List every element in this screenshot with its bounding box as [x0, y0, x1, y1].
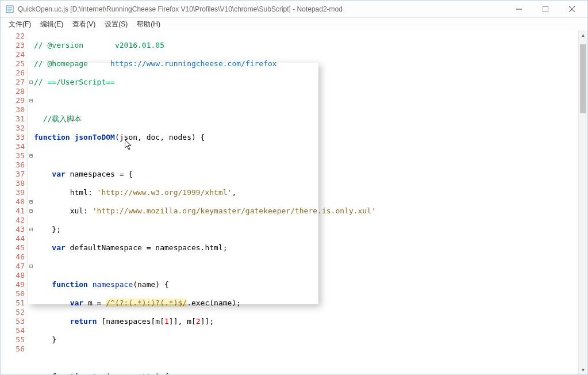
line-number[interactable]: 54	[1, 326, 25, 335]
minimize-button[interactable]	[506, 1, 532, 17]
app-icon	[5, 5, 14, 14]
line-number[interactable]: 25	[1, 59, 25, 68]
line-number[interactable]: 29	[1, 96, 25, 105]
fold-marker[interactable]	[28, 326, 34, 335]
title-text: QuickOpen.uc.js [D:\Internet\RunningChee…	[18, 5, 506, 13]
menu-settings[interactable]: 设置(S)	[100, 18, 132, 30]
line-number[interactable]: 49	[1, 280, 25, 289]
line-number[interactable]: 38	[1, 179, 25, 188]
fold-marker[interactable]	[28, 299, 34, 308]
fold-marker[interactable]: ⊟	[28, 197, 34, 206]
fold-marker[interactable]	[28, 124, 34, 133]
fold-marker[interactable]	[28, 252, 34, 262]
menu-view[interactable]: 查看(V)	[68, 18, 100, 30]
line-number[interactable]: 40	[1, 197, 25, 206]
fold-marker[interactable]	[28, 345, 34, 354]
line-number[interactable]: 51	[1, 299, 25, 308]
editor-area[interactable]: 2223242526272829303132333435363738394041…	[1, 30, 587, 374]
fold-marker[interactable]	[28, 216, 34, 225]
line-number[interactable]: 36	[1, 160, 25, 170]
line-number[interactable]: 45	[1, 243, 25, 252]
line-number[interactable]: 30	[1, 105, 25, 114]
fold-marker[interactable]	[28, 160, 34, 170]
fold-marker[interactable]: ⊟	[28, 262, 34, 271]
line-number[interactable]: 55	[1, 335, 25, 345]
line-number[interactable]: 44	[1, 234, 25, 243]
line-number[interactable]: 56	[1, 345, 25, 354]
fold-marker[interactable]	[28, 289, 34, 299]
fold-marker[interactable]: ⊟	[28, 206, 34, 216]
line-number[interactable]: 47	[1, 262, 25, 271]
line-number[interactable]: 37	[1, 170, 25, 179]
line-number[interactable]: 28	[1, 87, 25, 96]
fold-marker[interactable]: ⊟	[28, 225, 34, 234]
line-number[interactable]: 33	[1, 133, 25, 142]
fold-marker[interactable]	[28, 317, 34, 326]
close-button[interactable]	[559, 1, 585, 17]
line-number[interactable]: 27	[1, 78, 25, 87]
scroll-thumb[interactable]	[580, 44, 586, 113]
line-number[interactable]: 42	[1, 216, 25, 225]
fold-marker[interactable]	[28, 41, 34, 50]
fold-marker[interactable]	[28, 32, 34, 41]
fold-marker[interactable]	[28, 234, 34, 243]
fold-marker[interactable]	[28, 50, 34, 59]
menubar: 文件(F) 编辑(E) 查看(V) 设置(S) 帮助(H)	[1, 18, 587, 30]
fold-marker[interactable]	[28, 335, 34, 345]
line-number[interactable]: 32	[1, 124, 25, 133]
line-number[interactable]: 34	[1, 142, 25, 151]
minimize-icon	[516, 6, 522, 12]
menu-edit[interactable]: 编辑(E)	[36, 18, 68, 30]
close-icon	[569, 6, 575, 12]
line-number[interactable]: 41	[1, 206, 25, 216]
line-number[interactable]: 31	[1, 114, 25, 124]
titlebar[interactable]: QuickOpen.uc.js [D:\Internet\RunningChee…	[1, 1, 587, 18]
scroll-up-button[interactable]: ▲	[579, 30, 587, 40]
scroll-down-button[interactable]: ▼	[579, 365, 587, 374]
menu-file[interactable]: 文件(F)	[4, 18, 36, 30]
fold-marker[interactable]	[28, 105, 34, 114]
maximize-icon	[543, 6, 548, 12]
svg-rect-5	[543, 6, 548, 12]
fold-column[interactable]: ⊟⊟⊟⊟⊟⊟⊟	[28, 30, 34, 374]
line-number[interactable]: 23	[1, 41, 25, 50]
fold-marker[interactable]	[28, 179, 34, 188]
fold-marker[interactable]	[28, 170, 34, 179]
fold-marker[interactable]	[28, 271, 34, 280]
fold-marker[interactable]	[28, 133, 34, 142]
line-number[interactable]: 26	[1, 68, 25, 78]
fold-marker[interactable]	[28, 280, 34, 289]
fold-marker[interactable]	[28, 188, 34, 197]
vertical-scrollbar[interactable]: ▲ ▼	[578, 30, 587, 374]
fold-marker[interactable]: ⊟	[28, 78, 34, 87]
line-number[interactable]: 24	[1, 50, 25, 59]
app-window: QuickOpen.uc.js [D:\Internet\RunningChee…	[0, 0, 588, 375]
fold-marker[interactable]	[28, 308, 34, 317]
fold-marker[interactable]	[28, 59, 34, 68]
code-content[interactable]: // @version v2016.01.05 // @homepage htt…	[34, 30, 587, 374]
line-number-gutter[interactable]: 2223242526272829303132333435363738394041…	[1, 30, 28, 374]
line-number[interactable]: 48	[1, 271, 25, 280]
fold-marker[interactable]	[28, 114, 34, 124]
line-number[interactable]: 35	[1, 151, 25, 160]
line-number[interactable]: 52	[1, 308, 25, 317]
fold-marker[interactable]: ⊟	[28, 151, 34, 160]
window-controls	[506, 1, 585, 17]
line-number[interactable]: 39	[1, 188, 25, 197]
menu-help[interactable]: 帮助(H)	[132, 18, 165, 30]
line-number[interactable]: 43	[1, 225, 25, 234]
line-number[interactable]: 22	[1, 32, 25, 41]
fold-marker[interactable]	[28, 142, 34, 151]
line-number[interactable]: 46	[1, 252, 25, 262]
scroll-track[interactable]	[579, 40, 587, 365]
fold-marker[interactable]	[28, 87, 34, 96]
line-number[interactable]: 53	[1, 317, 25, 326]
fold-marker[interactable]	[28, 68, 34, 78]
fold-marker[interactable]: ⊟	[28, 96, 34, 105]
fold-marker[interactable]	[28, 243, 34, 252]
line-number[interactable]: 50	[1, 289, 25, 299]
maximize-button[interactable]	[532, 1, 559, 17]
